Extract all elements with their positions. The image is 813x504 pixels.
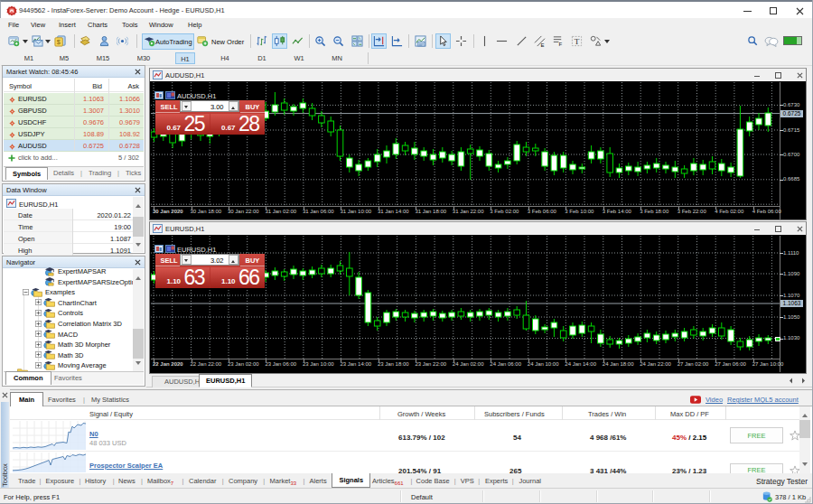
- svg-text:E: E: [540, 42, 544, 47]
- svg-text:T: T: [575, 37, 580, 46]
- svg-text:$: $: [57, 38, 61, 46]
- svg-text:F: F: [558, 42, 562, 47]
